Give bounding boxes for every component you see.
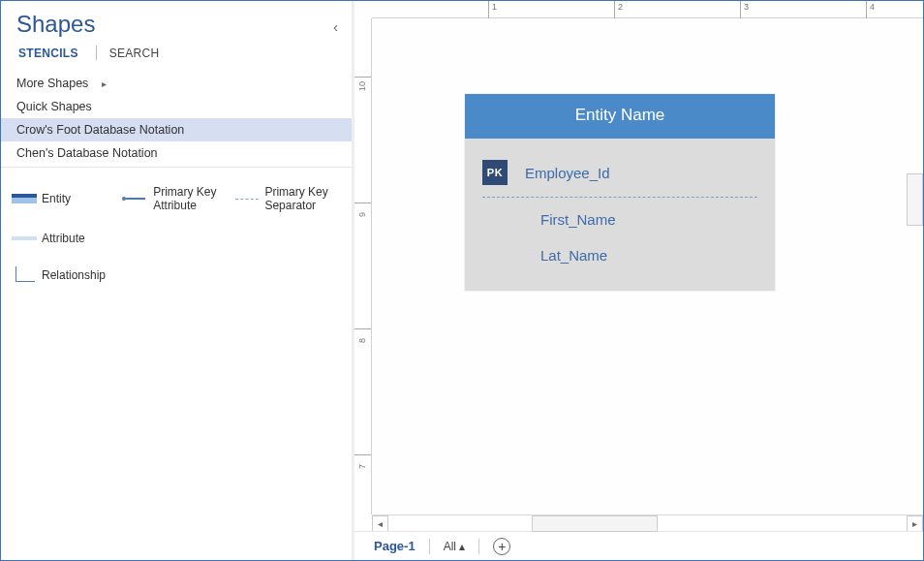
shape-pk-attribute-label: Primary Key Attribute (153, 185, 230, 212)
shapes-panel: Shapes ‹ STENCILS SEARCH More Shapes ▸ Q… (1, 1, 352, 560)
horizontal-scrollbar: ◂ ▸ (372, 514, 923, 531)
tab-stencils[interactable]: STENCILS (16, 45, 80, 62)
horizontal-scroll-track[interactable] (388, 515, 907, 532)
attribute-first-name[interactable]: First_Name (540, 211, 616, 228)
shape-attribute[interactable]: Attribute (9, 220, 120, 257)
ruler-top-2: 2 (618, 2, 623, 12)
horizontal-scroll-thumb[interactable] (532, 515, 658, 532)
entity-header[interactable]: Entity Name (465, 94, 775, 139)
attribute-row-first-name[interactable]: First_Name (482, 202, 757, 237)
tab-separator (96, 46, 97, 60)
page-tabs-bar: Page-1 All ▴ + (354, 531, 923, 560)
shape-pk-attribute[interactable]: Primary Key Attribute (120, 177, 231, 220)
entity-attributes: PK Employee_Id First_Name Lat_Name (465, 139, 775, 291)
stencil-chen[interactable]: Chen's Database Notation (1, 141, 352, 165)
quick-shapes-row[interactable]: Quick Shapes (1, 95, 352, 118)
shape-pk-separator[interactable]: Primary Key Separator (231, 177, 343, 220)
page-tab-separator (429, 539, 430, 554)
app-window: Shapes ‹ STENCILS SEARCH More Shapes ▸ Q… (0, 0, 924, 561)
ruler-top-1: 1 (492, 2, 497, 12)
ruler-left-8: 8 (357, 338, 367, 343)
relationship-shape-icon (11, 265, 38, 286)
ruler-vertical: 10 9 8 7 (354, 18, 372, 514)
attribute-row-pk[interactable]: PK Employee_Id (482, 150, 757, 195)
attribute-row-last-name[interactable]: Lat_Name (482, 237, 757, 273)
canvas-area: 1 2 3 4 10 9 8 7 Entity Name PK Employee… (354, 1, 923, 560)
ruler-left-10: 10 (357, 81, 367, 91)
pk-separator-line (482, 197, 757, 198)
attribute-employee-id[interactable]: Employee_Id (525, 165, 610, 181)
shape-entity-label: Entity (42, 192, 71, 205)
shape-relationship[interactable]: Relationship (9, 257, 120, 294)
chevron-right-icon: ▸ (102, 78, 107, 89)
shapes-panel-title: Shapes (16, 11, 336, 38)
attribute-shape-icon (11, 228, 38, 249)
tab-search[interactable]: SEARCH (108, 45, 162, 62)
shape-gallery: Entity Primary Key Attribute Primary Key… (1, 177, 352, 294)
stencil-crows-foot[interactable]: Crow's Foot Database Notation (1, 118, 352, 141)
page-tab-separator-2 (478, 539, 479, 554)
shape-entity[interactable]: Entity (9, 177, 120, 220)
ruler-horizontal: 1 2 3 4 (372, 1, 923, 18)
entity-shape[interactable]: Entity Name PK Employee_Id First_Name La… (465, 94, 775, 291)
scroll-right-button[interactable]: ▸ (907, 515, 923, 532)
shapes-tabs: STENCILS SEARCH (16, 44, 336, 62)
page-tab-1[interactable]: Page-1 (374, 539, 416, 553)
shape-relationship-label: Relationship (42, 268, 106, 282)
vertical-scrollbar-thumb[interactable] (907, 173, 923, 226)
shape-pk-separator-label: Primary Key Separator (264, 185, 341, 212)
more-shapes-label: More Shapes (16, 77, 88, 90)
scroll-left-button[interactable]: ◂ (372, 515, 388, 532)
shapes-panel-header: Shapes ‹ STENCILS SEARCH (1, 1, 352, 72)
collapse-shapes-icon[interactable]: ‹ (333, 18, 338, 35)
pk-separator-shape-icon (233, 188, 261, 209)
pk-attribute-shape-icon (122, 188, 149, 209)
stencil-separator (1, 167, 352, 168)
drawing-canvas[interactable]: Entity Name PK Employee_Id First_Name La… (372, 18, 923, 514)
ruler-left-9: 9 (357, 212, 367, 217)
ruler-top-3: 3 (744, 2, 749, 12)
shape-attribute-label: Attribute (42, 232, 85, 245)
attribute-last-name[interactable]: Lat_Name (540, 247, 607, 264)
ruler-left-7: 7 (357, 464, 367, 469)
entity-shape-icon (11, 188, 38, 209)
ruler-top-4: 4 (870, 2, 875, 12)
more-shapes-row[interactable]: More Shapes ▸ (1, 72, 352, 95)
add-page-button[interactable]: + (493, 538, 510, 555)
all-pages-button[interactable]: All ▴ (444, 540, 466, 553)
pk-badge: PK (482, 160, 508, 185)
